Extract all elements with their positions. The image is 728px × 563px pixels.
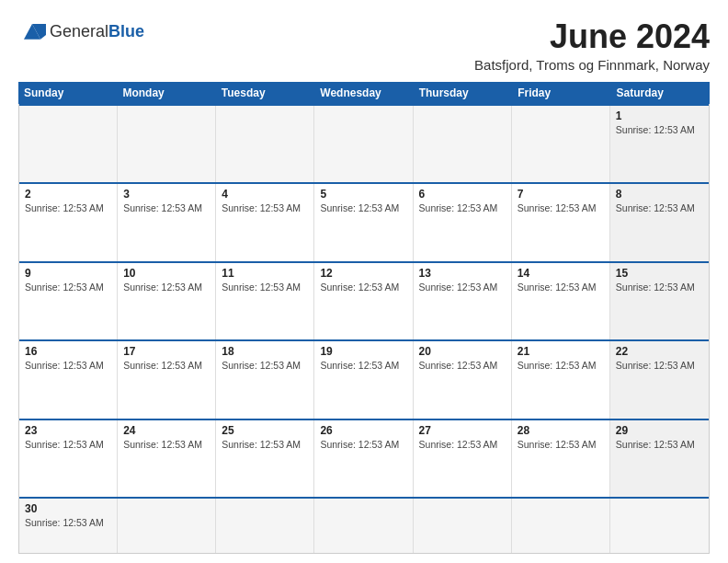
calendar-cell: 26Sunrise: 12:53 AM bbox=[314, 420, 413, 498]
logo-blue: Blue bbox=[108, 22, 144, 40]
cell-sunrise: Sunrise: 12:53 AM bbox=[222, 202, 308, 213]
cell-sunrise: Sunrise: 12:53 AM bbox=[123, 439, 210, 450]
calendar-week-4: 16Sunrise: 12:53 AM17Sunrise: 12:53 AM18… bbox=[19, 339, 709, 419]
logo: GeneralBlue bbox=[18, 18, 144, 46]
cell-date: 17 bbox=[123, 345, 210, 358]
day-sunday: Sunday bbox=[18, 82, 117, 104]
cell-date: 13 bbox=[419, 267, 506, 280]
cell-sunrise: Sunrise: 12:53 AM bbox=[616, 202, 703, 213]
location-title: Batsfjord, Troms og Finnmark, Norway bbox=[474, 57, 710, 73]
calendar-cell: 11Sunrise: 12:53 AM bbox=[216, 263, 314, 340]
cell-sunrise: Sunrise: 12:53 AM bbox=[518, 282, 604, 293]
cell-sunrise: Sunrise: 12:53 AM bbox=[25, 517, 111, 528]
cell-date: 30 bbox=[25, 502, 111, 515]
header: GeneralBlue June 2024 Batsfjord, Troms o… bbox=[18, 18, 710, 73]
cell-sunrise: Sunrise: 12:53 AM bbox=[25, 282, 111, 293]
cell-date: 23 bbox=[25, 424, 111, 437]
cell-date: 19 bbox=[320, 345, 406, 358]
cell-date: 26 bbox=[320, 424, 406, 437]
calendar-cell: 23Sunrise: 12:53 AM bbox=[19, 420, 118, 498]
calendar-cell: 7Sunrise: 12:53 AM bbox=[512, 184, 610, 261]
cell-sunrise: Sunrise: 12:53 AM bbox=[419, 282, 506, 293]
cell-sunrise: Sunrise: 12:53 AM bbox=[419, 439, 506, 450]
logo-general: General bbox=[50, 22, 108, 40]
calendar-week-5: 23Sunrise: 12:53 AM24Sunrise: 12:53 AM25… bbox=[19, 419, 709, 498]
calendar-cell: 8Sunrise: 12:53 AM bbox=[610, 184, 709, 261]
calendar-cell bbox=[314, 499, 413, 553]
cell-sunrise: Sunrise: 12:53 AM bbox=[518, 439, 604, 450]
calendar-cell: 12Sunrise: 12:53 AM bbox=[314, 263, 413, 340]
day-saturday: Saturday bbox=[611, 82, 710, 104]
day-thursday: Thursday bbox=[414, 82, 512, 104]
calendar-cell bbox=[118, 499, 216, 553]
cell-date: 9 bbox=[25, 267, 111, 280]
cell-date: 21 bbox=[518, 345, 604, 358]
logo-text: GeneralBlue bbox=[50, 23, 144, 41]
cell-sunrise: Sunrise: 12:53 AM bbox=[616, 360, 703, 371]
calendar-week-2: 2Sunrise: 12:53 AM3Sunrise: 12:53 AM4Sun… bbox=[19, 182, 709, 261]
calendar-cell: 1Sunrise: 12:53 AM bbox=[610, 106, 709, 183]
calendar-cell bbox=[314, 106, 413, 183]
cell-sunrise: Sunrise: 12:53 AM bbox=[616, 124, 703, 135]
cell-sunrise: Sunrise: 12:53 AM bbox=[518, 202, 604, 213]
cell-sunrise: Sunrise: 12:53 AM bbox=[419, 360, 506, 371]
cell-date: 29 bbox=[616, 424, 703, 437]
title-section: June 2024 Batsfjord, Troms og Finnmark, … bbox=[474, 18, 710, 73]
page: GeneralBlue June 2024 Batsfjord, Troms o… bbox=[0, 0, 728, 563]
cell-sunrise: Sunrise: 12:53 AM bbox=[320, 439, 406, 450]
cell-sunrise: Sunrise: 12:53 AM bbox=[25, 202, 111, 213]
logo-icon bbox=[18, 18, 46, 46]
calendar-cell bbox=[216, 106, 314, 183]
cell-date: 16 bbox=[25, 345, 111, 358]
calendar-week-1: 1Sunrise: 12:53 AM bbox=[19, 104, 709, 183]
calendar-cell bbox=[19, 106, 118, 183]
calendar: Sunday Monday Tuesday Wednesday Thursday… bbox=[18, 82, 710, 554]
calendar-header: Sunday Monday Tuesday Wednesday Thursday… bbox=[18, 82, 710, 104]
cell-date: 3 bbox=[123, 188, 210, 201]
cell-sunrise: Sunrise: 12:53 AM bbox=[25, 360, 111, 371]
cell-date: 8 bbox=[616, 188, 703, 201]
month-year-title: June 2024 bbox=[474, 18, 710, 55]
calendar-cell: 10Sunrise: 12:53 AM bbox=[118, 263, 216, 340]
calendar-cell bbox=[216, 499, 314, 553]
day-friday: Friday bbox=[512, 82, 610, 104]
cell-date: 20 bbox=[419, 345, 506, 358]
cell-sunrise: Sunrise: 12:53 AM bbox=[320, 360, 406, 371]
cell-date: 22 bbox=[616, 345, 703, 358]
calendar-cell bbox=[512, 499, 610, 553]
calendar-cell bbox=[118, 106, 216, 183]
cell-sunrise: Sunrise: 12:53 AM bbox=[123, 202, 210, 213]
day-monday: Monday bbox=[117, 82, 215, 104]
cell-date: 28 bbox=[518, 424, 604, 437]
cell-date: 4 bbox=[222, 188, 308, 201]
calendar-cell: 6Sunrise: 12:53 AM bbox=[414, 184, 512, 261]
day-tuesday: Tuesday bbox=[216, 82, 314, 104]
calendar-cell: 21Sunrise: 12:53 AM bbox=[512, 341, 610, 419]
cell-date: 12 bbox=[320, 267, 406, 280]
calendar-cell bbox=[512, 106, 610, 183]
cell-date: 24 bbox=[123, 424, 210, 437]
cell-date: 5 bbox=[320, 188, 406, 201]
cell-sunrise: Sunrise: 12:53 AM bbox=[222, 282, 308, 293]
cell-date: 27 bbox=[419, 424, 506, 437]
cell-date: 15 bbox=[616, 267, 703, 280]
calendar-cell: 2Sunrise: 12:53 AM bbox=[19, 184, 118, 261]
calendar-cell: 9Sunrise: 12:53 AM bbox=[19, 263, 118, 340]
calendar-cell: 5Sunrise: 12:53 AM bbox=[314, 184, 413, 261]
cell-sunrise: Sunrise: 12:53 AM bbox=[222, 360, 308, 371]
day-wednesday: Wednesday bbox=[314, 82, 413, 104]
cell-sunrise: Sunrise: 12:53 AM bbox=[616, 439, 703, 450]
cell-date: 11 bbox=[222, 267, 308, 280]
calendar-cell: 3Sunrise: 12:53 AM bbox=[118, 184, 216, 261]
cell-date: 18 bbox=[222, 345, 308, 358]
calendar-week-3: 9Sunrise: 12:53 AM10Sunrise: 12:53 AM11S… bbox=[19, 261, 709, 340]
calendar-cell bbox=[610, 499, 709, 553]
calendar-cell: 27Sunrise: 12:53 AM bbox=[414, 420, 512, 498]
cell-date: 7 bbox=[518, 188, 604, 201]
calendar-cell: 30Sunrise: 12:53 AM bbox=[19, 499, 118, 553]
cell-sunrise: Sunrise: 12:53 AM bbox=[123, 282, 210, 293]
cell-sunrise: Sunrise: 12:53 AM bbox=[419, 202, 506, 213]
calendar-week-6: 30Sunrise: 12:53 AM bbox=[19, 497, 709, 553]
cell-sunrise: Sunrise: 12:53 AM bbox=[222, 439, 308, 450]
cell-date: 6 bbox=[419, 188, 506, 201]
